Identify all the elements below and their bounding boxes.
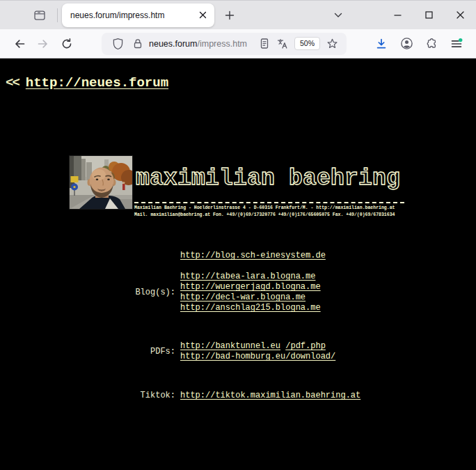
- site-security-button[interactable]: [132, 38, 143, 49]
- downloads-button[interactable]: [370, 33, 393, 55]
- banner-right: maximilian baehring Maximilian Baehring …: [134, 156, 404, 218]
- section-links: http://banktunnel.eu /pdf.phphttp://bad-…: [180, 341, 335, 362]
- tab-close-button[interactable]: [195, 8, 210, 23]
- link-sections: http://blog.sch-einesystem.deBlog(s):htt…: [0, 251, 476, 401]
- link-row: http://tiktok.maximilian.baehring.at: [180, 391, 360, 401]
- url-bar[interactable]: neues.forum/impress.htm 50%: [102, 33, 347, 55]
- menu-button[interactable]: [445, 33, 468, 55]
- bookmark-button[interactable]: [323, 35, 341, 53]
- minimize-button[interactable]: [382, 1, 413, 30]
- maximize-button[interactable]: [413, 1, 445, 30]
- tracking-protection-button[interactable]: [109, 35, 127, 53]
- page-link[interactable]: http://tabea-lara.blogna.me: [180, 272, 315, 281]
- page-link[interactable]: http://decl-war.blogna.me: [180, 292, 306, 302]
- menu-icon: [450, 38, 463, 50]
- page-link[interactable]: http://banktunnel.eu: [180, 341, 280, 351]
- page-link[interactable]: http://wuergerjagd.blogna.me: [180, 282, 321, 292]
- window-controls: [382, 1, 476, 30]
- banner: maximilian baehring Maximilian Baehring …: [70, 156, 476, 218]
- reload-button[interactable]: [56, 33, 78, 55]
- minimize-icon: [393, 10, 402, 19]
- section-links: http://tabea-lara.blogna.mehttp://wuerge…: [180, 272, 321, 313]
- page-link[interactable]: http://tiktok.maximilian.baehring.at: [180, 391, 360, 400]
- link-row: http://anschlag215.blogna.me: [180, 303, 321, 313]
- menu-notification-badge: [459, 38, 462, 41]
- contact-line-2: Mail. maximilian@baehring.at Fon. +49/(0…: [134, 212, 404, 219]
- forward-button[interactable]: [32, 33, 54, 55]
- account-button[interactable]: [395, 33, 418, 55]
- translate-icon: [276, 38, 288, 49]
- link-section: Tiktok:http://tiktok.maximilian.baehring…: [0, 391, 476, 401]
- translate-button[interactable]: [273, 35, 292, 53]
- active-tab[interactable]: neues.forum/impress.htm: [62, 3, 214, 27]
- toolbar-right-icons: [368, 33, 468, 55]
- url-domain: neues.forum: [149, 39, 197, 49]
- page-content: <<http://neues.forum: [0, 58, 476, 469]
- new-tab-button[interactable]: [219, 5, 240, 26]
- link-section: PDFs:http://banktunnel.eu /pdf.phphttp:/…: [0, 341, 476, 362]
- maximize-icon: [425, 10, 434, 19]
- close-icon: [456, 10, 465, 19]
- lock-icon: [132, 38, 143, 49]
- shield-icon: [112, 38, 124, 50]
- link-section: Blog(s):http://tabea-lara.blogna.mehttp:…: [0, 272, 476, 313]
- page-link[interactable]: http://bad-homburg.eu/download/: [180, 352, 335, 361]
- link-row: http://banktunnel.eu /pdf.php: [180, 341, 335, 352]
- back-chevrons: <<: [6, 75, 19, 91]
- tab-bar: neues.forum/impress.htm: [0, 0, 476, 29]
- section-links: http://blog.sch-einesystem.de: [180, 251, 326, 261]
- link-row: http://blog.sch-einesystem.de: [180, 251, 326, 261]
- tab-list-chevron-icon: [333, 10, 343, 20]
- section-links: http://tiktok.maximilian.baehring.at: [180, 391, 360, 401]
- reload-icon: [61, 38, 73, 50]
- section-label: Tiktok:: [0, 391, 175, 401]
- back-button[interactable]: [8, 33, 31, 55]
- account-icon: [400, 37, 413, 50]
- tab-close-icon: [199, 11, 207, 19]
- download-icon: [375, 38, 388, 50]
- extensions-button[interactable]: [420, 33, 443, 55]
- zoom-level-button[interactable]: 50%: [294, 37, 320, 50]
- reader-mode-icon: [259, 38, 270, 49]
- page-link[interactable]: http://blog.sch-einesystem.de: [180, 251, 326, 260]
- home-link[interactable]: http://neues.forum: [26, 75, 168, 91]
- page-link[interactable]: /pdf.php: [285, 341, 326, 351]
- back-home-row: <<http://neues.forum: [6, 75, 476, 91]
- reader-mode-button[interactable]: [255, 35, 273, 53]
- tab-separator: [57, 8, 58, 22]
- url-text[interactable]: neues.forum/impress.htm: [149, 39, 255, 49]
- link-section: http://blog.sch-einesystem.de: [0, 251, 476, 261]
- link-row: http://bad-homburg.eu/download/: [180, 352, 335, 362]
- firefox-view-button[interactable]: [29, 5, 50, 26]
- section-label: PDFs:: [0, 347, 175, 357]
- url-path: /impress.htm: [197, 39, 247, 49]
- new-tab-icon: [225, 10, 235, 20]
- browser-window: neues.forum/impress.htm: [0, 0, 476, 470]
- firefox-view-icon: [33, 9, 46, 22]
- close-window-button[interactable]: [445, 1, 476, 30]
- dashed-separator: [134, 202, 404, 203]
- bookmark-star-icon: [326, 38, 338, 49]
- extensions-icon: [425, 38, 438, 50]
- link-row: http://decl-war.blogna.me: [180, 292, 321, 303]
- navigation-toolbar: neues.forum/impress.htm 50%: [0, 29, 476, 58]
- portrait-photo: [70, 156, 132, 209]
- forward-icon: [37, 38, 49, 50]
- link-row: http://tabea-lara.blogna.me: [180, 272, 321, 282]
- page-link[interactable]: http://anschlag215.blogna.me: [180, 303, 321, 313]
- contact-line-1: Maximilian Baehring - Hoelderlinstrasse …: [134, 205, 404, 212]
- tab-title: neues.forum/impress.htm: [70, 10, 195, 20]
- link-row: http://wuergerjagd.blogna.me: [180, 282, 321, 292]
- back-icon: [13, 38, 26, 50]
- section-label: Blog(s):: [0, 288, 175, 298]
- list-all-tabs-button[interactable]: [327, 4, 349, 26]
- ascii-art-title: maximilian baehring: [134, 156, 404, 201]
